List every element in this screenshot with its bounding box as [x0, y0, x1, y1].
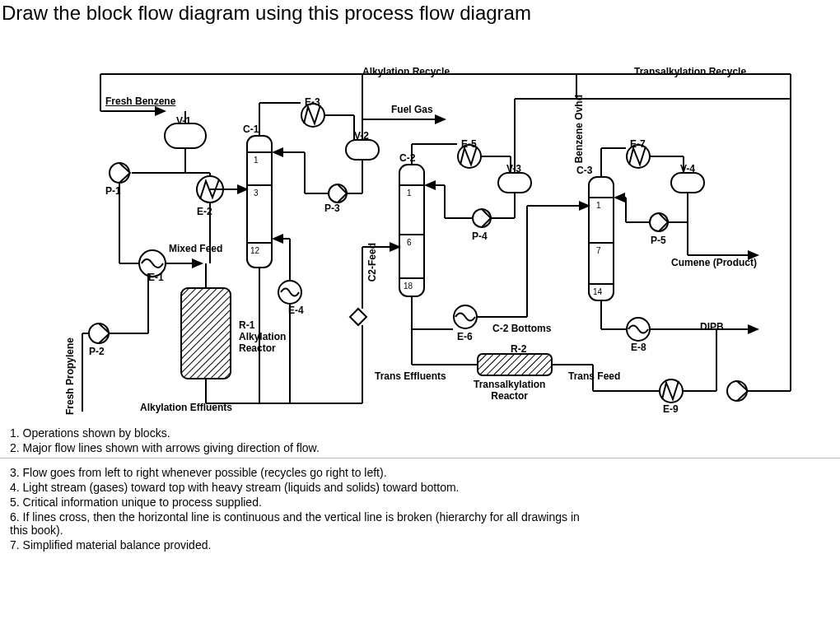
svg-text:1: 1 — [596, 201, 601, 210]
label-fresh-propylene: Fresh Propylene — [64, 337, 76, 415]
eq-c2: C-2 — [399, 152, 415, 164]
svg-rect-42 — [346, 140, 379, 160]
label-alkylation-effluents: Alkylation Effluents — [140, 402, 232, 413]
svg-point-98 — [660, 379, 683, 403]
svg-text:12: 12 — [250, 246, 260, 255]
eq-e8: E-8 — [631, 342, 646, 353]
page-title: Draw the block flow diagram using this p… — [2, 2, 531, 25]
eq-e6: E-6 — [457, 331, 473, 342]
eq-e2: E-2 — [197, 206, 212, 217]
label-cumene-product: Cumene (Product) — [671, 257, 757, 268]
label-trans-effluents: Trans Effluents — [375, 370, 446, 382]
label-fresh-benzene: Fresh Benzene — [105, 95, 175, 107]
eq-v2: V-2 — [354, 130, 369, 142]
svg-rect-21 — [181, 288, 231, 379]
svg-point-7 — [110, 163, 129, 183]
rules-list: 1. Operations shown by blocks. 2. Major … — [10, 425, 586, 553]
label-benzene-ovhd: Benzene Ovhd — [573, 95, 585, 163]
label-dipb: DIPB — [700, 321, 724, 333]
eq-p4: P-4 — [472, 230, 488, 242]
rule-6: 6. If lines cross, then the horizontal l… — [10, 510, 586, 537]
eq-e9: E-9 — [663, 403, 679, 415]
label-c2-feed: C2-Feed — [366, 243, 378, 282]
process-flow-diagram: 1 3 12 — [0, 58, 840, 420]
eq-v1: V-1 — [176, 115, 191, 127]
eq-p2: P-2 — [89, 346, 105, 357]
svg-text:1: 1 — [407, 189, 412, 198]
label-alkylation-recycle: Alkylation Recycle — [362, 66, 450, 77]
rule-2: 2. Major flow lines shown with arrows gi… — [10, 441, 586, 454]
label-c2-bottoms: C-2 Bottoms — [492, 323, 551, 334]
rule-4: 4. Light stream (gases) toward top with … — [10, 481, 586, 494]
eq-p5: P-5 — [651, 235, 666, 246]
svg-rect-101 — [589, 177, 614, 300]
svg-point-73 — [473, 209, 491, 227]
svg-point-12 — [89, 323, 109, 343]
eq-e1: E-1 — [148, 272, 164, 283]
eq-v3: V-3 — [506, 163, 521, 175]
rule-7: 7. Simplified material balance provided. — [10, 538, 586, 552]
eq-c1: C-1 — [243, 123, 259, 135]
svg-text:7: 7 — [596, 246, 601, 255]
eq-p3: P-3 — [324, 202, 340, 214]
rule-1: 1. Operations shown by blocks. — [10, 426, 586, 440]
eq-r2: R-2 — [511, 343, 526, 355]
svg-text:6: 6 — [407, 238, 412, 247]
eq-r1: R-1 — [239, 319, 254, 331]
rule-5: 5. Critical information unique to proces… — [10, 496, 586, 509]
label-fuel-gas: Fuel Gas — [391, 104, 433, 115]
svg-rect-113 — [671, 173, 704, 193]
svg-rect-93 — [478, 354, 552, 375]
svg-text:3: 3 — [254, 189, 259, 198]
page: Draw the block flow diagram using this p… — [0, 0, 840, 633]
svg-rect-72 — [498, 173, 531, 193]
label-trans-feed: Trans Feed — [568, 370, 620, 382]
svg-text:18: 18 — [404, 282, 413, 291]
eq-r2-title: Transalkylation Reactor — [474, 379, 545, 402]
svg-point-128 — [727, 381, 747, 401]
label-transalkylation-recycle: Transalkylation Recycle — [634, 66, 746, 77]
eq-p1: P-1 — [105, 185, 121, 197]
rule-3: 3. Flow goes from left to right whenever… — [10, 466, 586, 479]
eq-e7: E-7 — [630, 138, 646, 150]
svg-point-45 — [329, 184, 347, 202]
svg-rect-3 — [165, 123, 206, 148]
eq-c3: C-3 — [576, 165, 592, 176]
svg-text:14: 14 — [593, 287, 603, 296]
eq-v4: V-4 — [680, 163, 695, 175]
eq-e5: E-5 — [461, 138, 477, 150]
svg-point-114 — [650, 213, 668, 231]
eq-e3: E-3 — [305, 96, 320, 108]
eq-r1-title: Alkylation Reactor — [239, 331, 286, 354]
label-mixed-feed: Mixed Feed — [169, 243, 222, 254]
eq-e4: E-4 — [288, 305, 304, 316]
svg-text:1: 1 — [254, 156, 259, 165]
